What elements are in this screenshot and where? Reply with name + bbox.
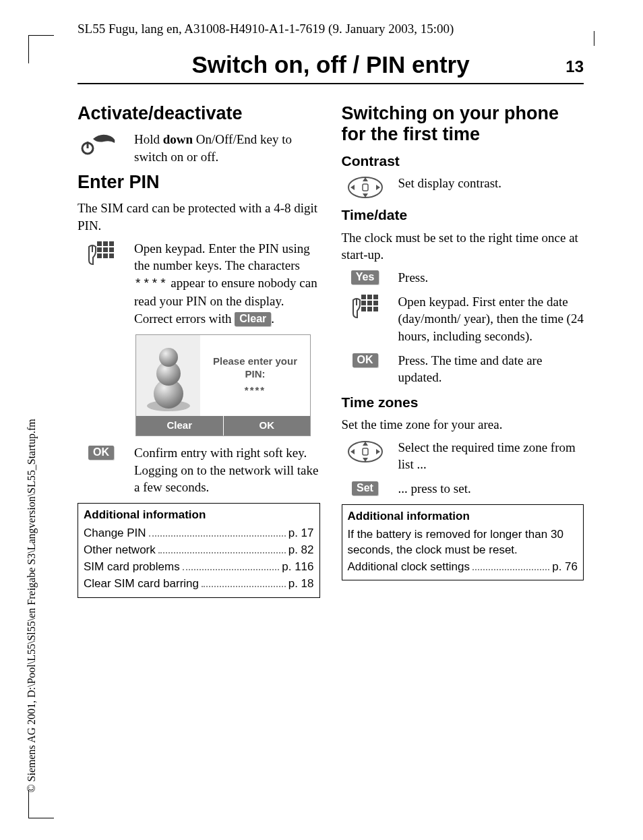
svg-rect-7: [109, 247, 114, 252]
left-column: Activate/deactivate Hold down On/Off/End…: [78, 99, 320, 598]
svg-rect-25: [361, 301, 366, 305]
info-body-right: If the battery is removed for longer tha…: [348, 527, 578, 558]
svg-marker-36: [376, 449, 380, 454]
toc-line: Change PINp. 17: [84, 526, 314, 541]
svg-rect-6: [103, 247, 108, 252]
screen-softkey-clear: Clear: [136, 416, 223, 436]
ok-softkey: OK: [88, 446, 114, 460]
svg-rect-5: [97, 247, 102, 252]
svg-rect-22: [361, 295, 366, 299]
screen-line1: Please enter your: [213, 355, 297, 368]
phone-screen: Please enter your PIN: **** Clear OK: [135, 334, 311, 436]
keypad-text: Open keypad. Enter the PIN using the num…: [134, 240, 320, 328]
svg-rect-9: [103, 253, 108, 258]
heading-enter-pin: Enter PIN: [78, 172, 320, 193]
timedate-intro: The clock must be set to the right time …: [342, 229, 584, 264]
yes-text: Press.: [398, 269, 584, 287]
right-column: Switching on your phone for the first ti…: [342, 99, 584, 598]
clear-softkey-inline: Clear: [235, 312, 271, 326]
svg-marker-19: [350, 185, 355, 190]
heading-timedate: Time/date: [342, 206, 584, 224]
page-title-row: Switch on, off / PIN entry 13: [78, 49, 584, 84]
power-end-key-icon: [78, 131, 125, 155]
svg-rect-10: [109, 253, 114, 258]
screen-line2: PIN:: [245, 367, 266, 381]
heading-contrast: Contrast: [342, 152, 584, 171]
info-heading-right: Additional information: [348, 509, 578, 524]
set-softkey: Set: [352, 481, 378, 496]
enter-pin-intro: The SIM card can be protected with a 4-8…: [78, 200, 320, 234]
nav-key-icon: [342, 439, 389, 463]
screen-softkey-ok: OK: [223, 416, 311, 436]
toc-line: Additional clock settingsp. 76: [348, 560, 578, 575]
keypad-icon: [78, 240, 125, 268]
info-heading-left: Additional information: [84, 508, 314, 523]
svg-rect-4: [109, 241, 114, 246]
doc-header: SL55 Fugu, lang en, A31008-H4910-A1-1-76…: [78, 20, 584, 38]
heading-timezones: Time zones: [342, 393, 584, 412]
heading-activate: Activate/deactivate: [78, 103, 320, 124]
phone-screen-graphic: [136, 335, 200, 416]
toc-line: Other networkp. 82: [84, 543, 314, 558]
activate-text: Hold down On/Off/End key to switch on or…: [134, 131, 320, 165]
svg-marker-20: [376, 185, 380, 190]
svg-rect-23: [367, 295, 372, 299]
svg-rect-37: [363, 448, 368, 455]
side-copyright: © Siemens AG 2001, D:\Pool\L55\Sl55\en F…: [24, 419, 39, 793]
svg-rect-21: [363, 184, 368, 191]
svg-rect-29: [367, 307, 372, 311]
svg-point-15: [159, 348, 178, 367]
page-number: 13: [565, 56, 584, 78]
svg-marker-35: [350, 449, 355, 454]
ok-timedate-text: Press. The time and date are updated.: [398, 352, 584, 386]
keypad-timedate-text: Open keypad. First enter the date (day/m…: [398, 293, 584, 345]
svg-rect-3: [103, 241, 108, 246]
svg-rect-2: [97, 241, 102, 246]
svg-rect-28: [361, 307, 366, 311]
toc-line: Clear SIM card barringp. 18: [84, 576, 314, 592]
svg-rect-30: [373, 307, 378, 311]
nav-key-icon: [342, 175, 389, 199]
tz-intro: Set the time zone for your area.: [342, 416, 584, 433]
additional-info-left: Additional information Change PINp. 17 O…: [78, 503, 320, 598]
additional-info-right: Additional information If the battery is…: [342, 504, 584, 581]
contrast-text: Set display contrast.: [398, 175, 584, 192]
keypad-icon: [342, 293, 389, 322]
toc-line: SIM card problemsp. 116: [84, 560, 314, 575]
heading-first-time: Switching on your phone for the first ti…: [342, 103, 584, 145]
page-title: Switch on, off / PIN entry: [78, 49, 584, 80]
svg-rect-24: [373, 295, 378, 299]
screen-stars: ****: [245, 384, 266, 397]
ok-confirm-text: Confirm entry with right soft key. Loggi…: [134, 444, 320, 496]
set-text: ... press to set.: [398, 480, 584, 498]
svg-rect-8: [97, 253, 102, 258]
tz-nav-text: Select the required time zone from list …: [398, 439, 584, 473]
svg-rect-26: [367, 301, 372, 305]
yes-softkey: Yes: [351, 270, 379, 284]
ok-softkey: OK: [353, 353, 378, 367]
svg-rect-27: [373, 301, 378, 305]
